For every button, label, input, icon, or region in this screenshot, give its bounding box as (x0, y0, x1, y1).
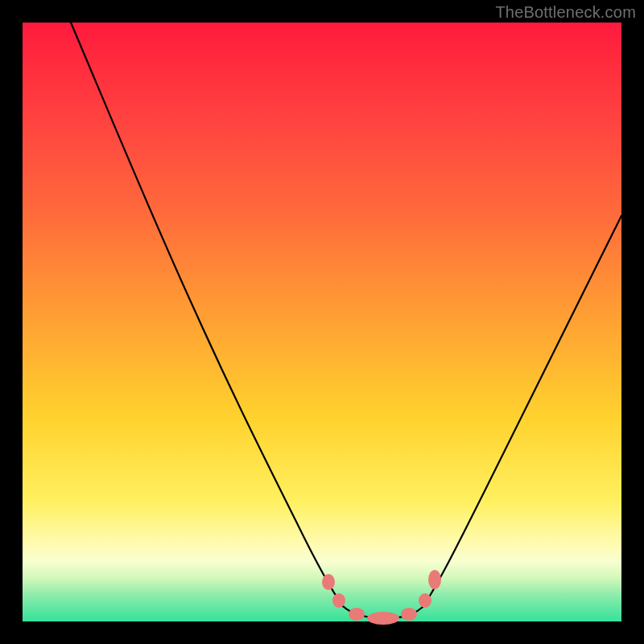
marker-dot (332, 593, 345, 608)
bottleneck-curve (23, 23, 621, 621)
curve-right-branch (423, 216, 621, 607)
marker-dot (367, 612, 399, 625)
marker-dot (419, 593, 431, 608)
plot-area (23, 23, 621, 621)
marker-dot (401, 608, 417, 621)
watermark-text: TheBottleneck.com (495, 3, 636, 22)
marker-dot (322, 574, 335, 590)
curve-left-branch (71, 23, 343, 606)
marker-dot (428, 570, 441, 589)
marker-dot (349, 608, 365, 621)
outer-frame: TheBottleneck.com (0, 0, 644, 644)
